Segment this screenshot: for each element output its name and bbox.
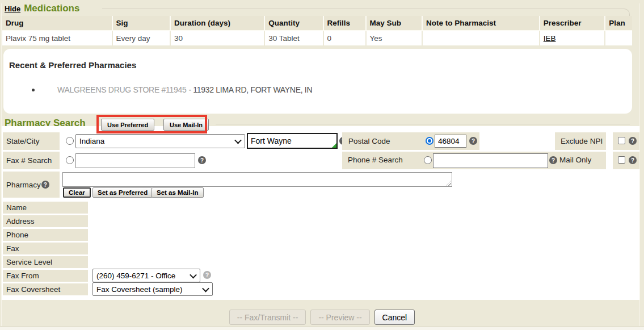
mail-only-label: Mail Only — [559, 156, 591, 164]
city-input-wrap — [247, 133, 338, 149]
medications-table: Drug Sig Duration (days) Quantity Refill… — [2, 16, 632, 45]
pharmacy-label: Pharmacy — [6, 181, 41, 189]
detail-value-name — [91, 202, 635, 214]
med-duration: 30 — [170, 31, 264, 45]
detail-label-fax: Fax — [3, 243, 88, 254]
phone-search-label: Phone # Search — [348, 156, 403, 164]
pharmacy-list-item[interactable]: WALGREENS DRUG STORE #11945 - 11932 LIMA… — [32, 85, 312, 94]
mail-only-checkbox[interactable] — [618, 156, 625, 164]
set-as-preferred-button[interactable]: Set as Preferred — [92, 187, 153, 198]
fax-from-select[interactable]: (260) 459-6271 - Office — [92, 269, 200, 282]
col-header-plan: Plan — [604, 16, 632, 31]
recent-pharmacies-panel: Recent & Preferred Pharmacies WALGREENS … — [3, 49, 632, 114]
col-header-sig: Sig — [112, 16, 170, 31]
state-city-label: State/City — [3, 132, 60, 150]
col-header-drug: Drug — [2, 16, 112, 31]
fax-search-input[interactable] — [75, 153, 195, 168]
postal-code-radio[interactable] — [426, 137, 433, 145]
fax-search-help-icon[interactable] — [198, 156, 206, 164]
col-header-prescriber: Prescriber — [539, 16, 605, 31]
chevron-down-icon — [202, 285, 209, 292]
use-preferred-button[interactable]: Use Preferred — [101, 119, 154, 131]
postal-code-input[interactable] — [435, 135, 466, 148]
state-city-radio[interactable] — [66, 137, 74, 145]
detail-label-address: Address — [3, 215, 88, 227]
detail-label-name: Name — [3, 202, 88, 214]
pharmacy-textarea[interactable] — [62, 172, 452, 187]
fax-search-radio[interactable] — [66, 156, 74, 164]
fax-from-help-icon[interactable] — [203, 271, 211, 279]
fax-transmit-button: -- Fax/Transmit -- — [229, 310, 306, 325]
pharmacy-search-fieldset-line — [216, 124, 630, 124]
eprescribe-pharmacy-screen: Hide Medications Drug Sig Duration (days… — [0, 0, 644, 330]
col-header-may-sub: May Sub — [365, 16, 422, 31]
chevron-down-icon — [234, 137, 242, 144]
hide-medications-link[interactable]: Hide — [5, 5, 20, 13]
exclude-npi-checkbox[interactable] — [618, 137, 625, 144]
state-select[interactable]: Indiana — [75, 134, 245, 148]
fax-coversheet-label: Fax Coversheet — [3, 283, 88, 295]
medications-title: Medications — [24, 3, 79, 14]
exclude-npi-label: Exclude NPI — [555, 132, 606, 150]
phone-search-input[interactable] — [433, 153, 548, 168]
footer-button-bar: -- Fax/Transmit -- -- Preview -- Cancel — [0, 310, 644, 325]
med-sig: Every day — [112, 31, 170, 45]
exclude-npi-help-icon[interactable] — [629, 137, 637, 145]
detail-value-address — [91, 215, 635, 227]
fax-coversheet-select[interactable]: Fax Coversheet (sample) — [92, 282, 213, 296]
outer-border-right — [639, 3, 640, 326]
green-corner-marker-icon — [332, 143, 336, 148]
medication-row: Plavix 75 mg tablet Every day 30 30 Tabl… — [2, 31, 632, 45]
detail-label-service-level: Service Level — [3, 256, 88, 268]
bullet-icon — [32, 89, 35, 91]
pharmacy-help-icon[interactable] — [41, 181, 49, 189]
pharmacy-address: - 11932 LIMA RD, FORT WAYNE, IN — [188, 85, 312, 94]
col-header-quantity: Quantity — [264, 16, 322, 31]
set-as-mail-in-button[interactable]: Set as Mail-In — [151, 187, 204, 198]
recent-pharmacies-title: Recent & Preferred Pharmacies — [9, 60, 136, 70]
pharmacy-name-link[interactable]: WALGREENS DRUG STORE #11945 — [57, 85, 186, 94]
cancel-button[interactable]: Cancel — [374, 310, 415, 325]
state-select-value: Indiana — [79, 137, 104, 145]
fax-from-label: Fax From — [3, 270, 88, 282]
med-drug: Plavix 75 mg tablet — [2, 31, 112, 45]
col-header-note: Note to Pharmacist — [422, 16, 539, 31]
pharmacy-label-cell: Pharmacy — [3, 172, 60, 198]
clear-button[interactable]: Clear — [63, 187, 91, 198]
detail-value-service-level — [91, 256, 635, 268]
bottom-edge-strip — [0, 327, 644, 330]
city-input[interactable] — [247, 133, 338, 149]
med-note — [422, 31, 539, 45]
med-may-sub: Yes — [365, 31, 422, 45]
med-quantity: 30 Tablet — [264, 31, 322, 45]
pharmacy-textarea-wrap — [62, 172, 452, 187]
col-header-duration: Duration (days) — [170, 16, 264, 31]
preview-button: -- Preview -- — [310, 310, 369, 325]
fax-search-label: Fax # Search — [3, 152, 60, 169]
phone-search-radio[interactable] — [424, 156, 432, 164]
detail-value-phone — [91, 229, 635, 241]
postal-code-help-icon[interactable] — [469, 137, 477, 145]
use-mail-in-button[interactable]: Use Mail-In — [163, 119, 209, 131]
medications-header-row: Drug Sig Duration (days) Quantity Refill… — [2, 16, 632, 31]
col-header-refills: Refills — [323, 16, 365, 31]
prescriber-link[interactable]: IEB — [544, 34, 556, 43]
detail-label-phone: Phone — [3, 229, 88, 241]
fax-from-select-value: (260) 459-6271 - Office — [96, 271, 175, 280]
med-prescriber: IEB — [539, 31, 605, 45]
fax-coversheet-select-value: Fax Coversheet (sample) — [96, 285, 183, 294]
medications-legend: Hide Medications — [5, 3, 79, 14]
detail-value-fax — [91, 243, 635, 254]
mail-only-help-icon[interactable] — [629, 156, 637, 164]
med-refills: 0 — [323, 31, 365, 45]
chevron-down-icon — [190, 271, 197, 278]
phone-search-help-icon[interactable] — [549, 156, 557, 164]
med-plan — [604, 31, 632, 45]
